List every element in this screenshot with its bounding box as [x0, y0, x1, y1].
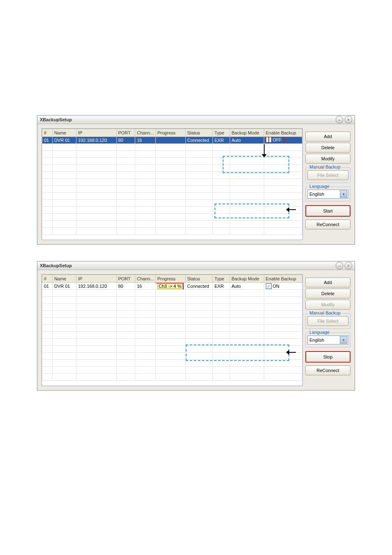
enable-label: ON	[273, 284, 280, 289]
modify-button[interactable]: Modify	[305, 154, 350, 164]
col-ip[interactable]: IP	[76, 129, 117, 137]
table-row[interactable]	[42, 228, 302, 235]
table-row[interactable]	[42, 179, 302, 186]
table-row[interactable]	[42, 297, 302, 304]
manual-backup-group: Manual Backup File Select	[305, 313, 350, 329]
table-row[interactable]	[42, 374, 302, 381]
stop-button[interactable]: Stop	[305, 351, 350, 363]
col-status[interactable]: Status	[185, 129, 212, 137]
cell-mode: Auto	[230, 137, 264, 144]
table-row[interactable]	[42, 221, 302, 228]
col-mode[interactable]: Backup Mode	[230, 275, 264, 283]
col-enable[interactable]: Enable Backup	[264, 129, 302, 137]
app-title: XBackupSetup	[40, 117, 72, 122]
title-bar: XBackupSetup – ×	[37, 116, 355, 124]
col-num[interactable]: #	[42, 129, 53, 137]
cell-progress	[155, 137, 185, 144]
cell-chan: 16	[135, 137, 156, 144]
reconnect-button[interactable]: ReConnect	[305, 220, 350, 229]
table-row[interactable]	[42, 367, 302, 374]
delete-button[interactable]: Delete	[305, 143, 350, 153]
side-panel: Add Delete Modify Manual Backup File Sel…	[305, 128, 350, 240]
device-grid[interactable]: # Name IP PORT Chann... Progress Status …	[42, 274, 303, 386]
table-row[interactable]	[42, 318, 302, 325]
table-row[interactable]	[42, 332, 302, 339]
table-row[interactable]: 01 DVR 01 192.168.0.120 80 16 Ch3 -> 4 %…	[42, 283, 302, 290]
cell-status: Connected	[185, 137, 212, 144]
cell-mode: Auto	[230, 283, 264, 290]
table-row[interactable]	[42, 304, 302, 311]
manual-backup-label: Manual Backup	[308, 310, 342, 315]
delete-button[interactable]: Delete	[305, 289, 350, 298]
language-value: English	[309, 192, 324, 197]
table-row[interactable]	[42, 193, 302, 200]
cell-enable[interactable]: OFF	[264, 137, 302, 144]
close-button[interactable]: ×	[345, 116, 352, 123]
col-type[interactable]: Type	[213, 129, 230, 137]
table-row[interactable]	[42, 325, 302, 332]
language-label: Language	[308, 184, 331, 189]
xbackup-panel-1: XBackupSetup – × # Name IP PORT	[37, 115, 355, 245]
col-name[interactable]: Name	[52, 275, 76, 283]
col-name[interactable]: Name	[52, 129, 76, 137]
side-panel: Add Delete Modify Manual Backup File Sel…	[305, 274, 350, 386]
annotation-box	[214, 204, 289, 218]
app-title: XBackupSetup	[40, 263, 72, 268]
column-headers[interactable]: # Name IP PORT Chann... Progress Status …	[42, 129, 302, 137]
col-port[interactable]: PORT	[116, 129, 135, 137]
cell-ip: 192.168.0.120	[76, 137, 117, 144]
col-num[interactable]: #	[42, 275, 53, 283]
minimize-button[interactable]: –	[336, 262, 343, 269]
language-value: English	[309, 338, 324, 342]
reconnect-button[interactable]: ReConnect	[305, 365, 350, 375]
language-label: Language	[308, 330, 331, 335]
cell-type: EXR	[213, 137, 230, 144]
cell-progress: Ch3 -> 4 %	[155, 283, 185, 290]
device-grid[interactable]: # Name IP PORT Chann... Progress Status …	[42, 128, 303, 240]
table-row[interactable]	[42, 290, 302, 297]
cell-chan: 16	[135, 283, 156, 290]
language-select[interactable]: English ▾	[307, 335, 348, 345]
column-headers[interactable]: # Name IP PORT Chann... Progress Status …	[42, 275, 302, 283]
cell-enable[interactable]: ✓ON	[264, 283, 302, 290]
col-mode[interactable]: Backup Mode	[230, 129, 264, 137]
cell-type: EXR	[213, 283, 230, 290]
add-button[interactable]: Add	[305, 132, 350, 141]
col-chan[interactable]: Chann...	[135, 129, 156, 137]
minimize-button[interactable]: –	[336, 116, 343, 123]
col-progress[interactable]: Progress	[155, 275, 185, 283]
table-row[interactable]	[42, 186, 302, 193]
chevron-down-icon: ▾	[340, 190, 347, 198]
enable-checkbox[interactable]: ✓	[266, 283, 272, 289]
cell-name: DVR 01	[52, 283, 76, 290]
col-ip[interactable]: IP	[76, 275, 117, 283]
xbackup-panel-2: XBackupSetup – × # Name IP PORT	[37, 261, 355, 391]
col-progress[interactable]: Progress	[155, 129, 185, 137]
file-select-button[interactable]: File Select	[307, 316, 348, 326]
annotation-box	[186, 345, 289, 361]
table-row[interactable]: 01 DVR 01 192.168.0.120 80 16 Connected …	[42, 137, 302, 144]
add-button[interactable]: Add	[305, 278, 350, 287]
col-status[interactable]: Status	[185, 275, 212, 283]
title-bar: XBackupSetup – ×	[37, 261, 355, 270]
language-select[interactable]: English ▾	[307, 190, 348, 199]
cell-ip: 192.168.0.120	[76, 283, 117, 290]
cell-num: 01	[42, 283, 53, 290]
manual-backup-label: Manual Backup	[308, 164, 342, 169]
annotation-box	[223, 156, 289, 173]
cell-status: Connected	[185, 283, 212, 290]
close-button[interactable]: ×	[345, 262, 352, 269]
cell-name: DVR 01	[52, 137, 76, 144]
table-row[interactable]	[42, 144, 302, 151]
col-type[interactable]: Type	[213, 275, 230, 283]
cell-num: 01	[42, 137, 53, 144]
file-select-button[interactable]: File Select	[307, 170, 348, 180]
language-group: Language English ▾	[305, 333, 350, 347]
start-button[interactable]: Start	[305, 205, 350, 217]
language-group: Language English ▾	[305, 187, 350, 201]
col-port[interactable]: PORT	[116, 275, 135, 283]
modify-button[interactable]: Modify	[305, 300, 350, 310]
col-chan[interactable]: Chann...	[135, 275, 156, 283]
col-enable[interactable]: Enable Backup	[264, 275, 302, 283]
table-row[interactable]	[42, 311, 302, 318]
